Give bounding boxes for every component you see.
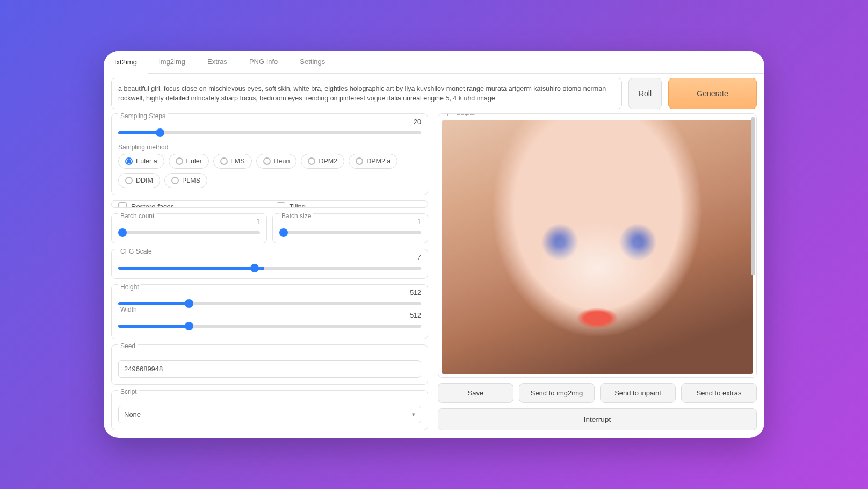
output-panel: Output xyxy=(438,113,757,378)
send-extras-button[interactable]: Send to extras xyxy=(681,383,757,403)
radio-dpm2[interactable]: DPM2 xyxy=(301,154,344,169)
height-label: Height xyxy=(118,283,141,291)
cfg-fieldset: CFG Scale 7 xyxy=(111,249,428,279)
output-image[interactable] xyxy=(442,120,753,374)
radio-euler-a[interactable]: Euler a xyxy=(118,154,164,169)
radio-dot-icon xyxy=(356,157,363,165)
radio-dot-icon xyxy=(220,157,228,165)
tiling-label: Tiling xyxy=(290,203,306,208)
script-value: None xyxy=(124,411,141,419)
checkbox-icon xyxy=(277,202,285,208)
content-area: Sampling Steps 20 Sampling method Euler … xyxy=(104,113,764,438)
radio-euler[interactable]: Euler xyxy=(169,154,209,169)
restore-faces-label: Restore faces xyxy=(131,203,174,208)
radio-dot-icon xyxy=(125,157,133,165)
batch-count-value: 1 xyxy=(256,218,260,226)
tab-img2img[interactable]: img2img xyxy=(148,51,197,73)
batch-count-slider[interactable] xyxy=(118,231,260,234)
prompt-row: a beautiful girl, focus close on mischie… xyxy=(104,74,764,113)
radio-dot-icon xyxy=(125,177,133,184)
radio-label: Euler a xyxy=(136,157,157,165)
sampling-steps-value: 20 xyxy=(414,118,421,126)
radio-dpm2a[interactable]: DPM2 a xyxy=(349,154,397,169)
radio-label: DPM2 a xyxy=(366,157,390,165)
radio-heun[interactable]: Heun xyxy=(256,154,297,169)
batch-size-fieldset: Batch size 1 xyxy=(272,213,428,243)
radio-dot-icon xyxy=(263,157,271,165)
tab-extras[interactable]: Extras xyxy=(197,51,238,73)
batch-count-fieldset: Batch count 1 xyxy=(111,213,267,243)
seed-fieldset: Seed xyxy=(111,344,428,385)
radio-dot-icon xyxy=(171,177,179,184)
radio-lms[interactable]: LMS xyxy=(213,154,252,169)
roll-button[interactable]: Roll xyxy=(628,78,662,109)
tab-pnginfo[interactable]: PNG Info xyxy=(238,51,289,73)
radio-label: LMS xyxy=(231,157,245,165)
settings-column: Sampling Steps 20 Sampling method Euler … xyxy=(111,113,428,430)
app-window: txt2img img2img Extras PNG Info Settings… xyxy=(104,51,764,438)
radio-label: Euler xyxy=(186,157,202,165)
seed-input[interactable] xyxy=(118,360,421,378)
script-fieldset: Script None ▾ xyxy=(111,390,428,430)
height-value: 512 xyxy=(410,289,421,297)
action-row: Save Send to img2img Send to inpaint Sen… xyxy=(438,383,757,403)
sampling-fieldset: Sampling Steps 20 Sampling method Euler … xyxy=(111,113,428,195)
height-slider[interactable] xyxy=(118,302,421,305)
tab-txt2img[interactable]: txt2img xyxy=(104,52,148,74)
batch-size-slider[interactable] xyxy=(279,231,421,234)
width-slider[interactable] xyxy=(118,325,421,328)
cfg-label: CFG Scale xyxy=(118,248,154,255)
script-label: Script xyxy=(118,388,139,395)
batch-size-value: 1 xyxy=(417,218,421,226)
batch-row: Batch count 1 Batch size 1 xyxy=(111,213,428,243)
sampling-steps-slider[interactable] xyxy=(118,131,421,134)
output-label: Output xyxy=(456,113,475,116)
tab-settings[interactable]: Settings xyxy=(289,51,336,73)
prompt-input[interactable]: a beautiful girl, focus close on mischie… xyxy=(111,78,622,109)
sampling-steps-label: Sampling Steps xyxy=(118,113,168,120)
radio-dot-icon xyxy=(308,157,315,165)
tiling-checkbox[interactable]: Tiling xyxy=(270,201,428,208)
radio-label: DDIM xyxy=(136,177,153,184)
sampling-method-label: Sampling method xyxy=(118,143,168,151)
radio-plms[interactable]: PLMS xyxy=(164,173,207,188)
script-select[interactable]: None ▾ xyxy=(118,406,421,423)
cfg-slider[interactable] xyxy=(118,267,421,270)
expand-icon[interactable] xyxy=(447,113,453,116)
batch-count-label: Batch count xyxy=(118,212,156,220)
seed-label: Seed xyxy=(118,342,138,350)
tab-bar: txt2img img2img Extras PNG Info Settings xyxy=(104,51,764,74)
cfg-value: 7 xyxy=(417,254,421,261)
radio-label: Heun xyxy=(274,157,290,165)
batch-size-label: Batch size xyxy=(279,212,313,220)
interrupt-button[interactable]: Interrupt xyxy=(438,408,757,430)
output-legend: Output xyxy=(445,113,478,116)
radio-dot-icon xyxy=(176,157,183,165)
radio-ddim[interactable]: DDIM xyxy=(118,173,160,188)
width-label: Width xyxy=(118,306,139,313)
generate-button[interactable]: Generate xyxy=(668,78,757,109)
send-img2img-button[interactable]: Send to img2img xyxy=(519,383,595,403)
send-inpaint-button[interactable]: Send to inpaint xyxy=(600,383,676,403)
radio-label: PLMS xyxy=(182,177,200,184)
save-button[interactable]: Save xyxy=(438,383,513,403)
sampling-method-radios: Euler a Euler LMS Heun DPM2 DPM2 a DDIM … xyxy=(118,154,421,188)
output-column: Output Save Send to img2img Send to inpa… xyxy=(438,113,757,430)
chevron-down-icon: ▾ xyxy=(412,411,415,418)
scrollbar[interactable] xyxy=(751,117,755,275)
checkboxes-row: Restore faces Tiling xyxy=(111,200,428,208)
dimensions-fieldset: Height 512 Width 512 xyxy=(111,284,428,339)
checkbox-icon xyxy=(118,202,127,208)
width-value: 512 xyxy=(410,312,421,319)
radio-label: DPM2 xyxy=(319,157,337,165)
restore-faces-checkbox[interactable]: Restore faces xyxy=(112,201,270,208)
